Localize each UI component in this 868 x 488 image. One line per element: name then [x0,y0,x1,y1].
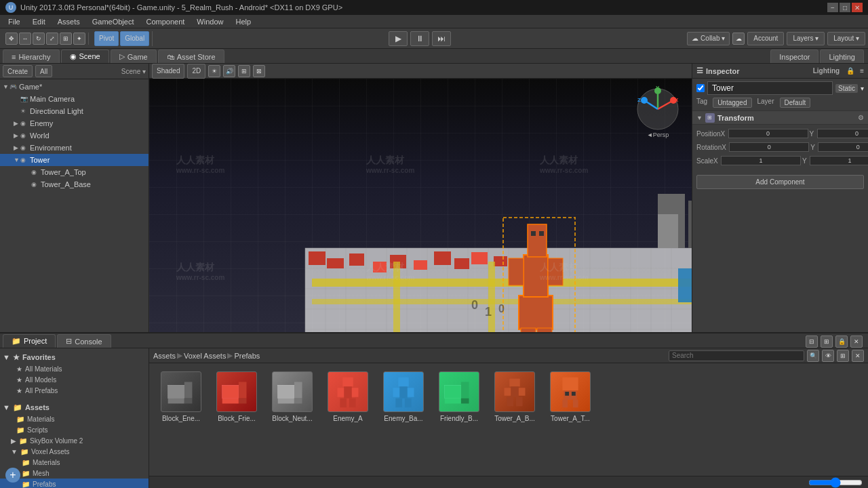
scale-x-input[interactable] [721,156,801,165]
assets-item-materials[interactable]: 📁 Materials [0,413,149,424]
maximize-button[interactable]: □ [840,3,850,12]
add-component-button[interactable]: Add Component [696,175,864,189]
asset-enemy-a[interactable]: Enemy_A [321,369,374,425]
expand-icon[interactable]: ⊞ [821,336,833,348]
favorites-item-materials[interactable]: ★ All Materials [0,363,149,374]
inspector-tab[interactable]: Inspector [770,49,818,63]
grid-view-icon[interactable]: ⊞ [837,350,849,362]
search-input[interactable] [669,350,804,361]
collapse-icon[interactable]: ⊟ [806,336,818,348]
move-tool[interactable]: ↔ [19,33,31,45]
hierarchy-item-game[interactable]: ▼ 🎮 Game* [0,81,149,93]
asset-friendly-b[interactable]: Friendly_B... [433,369,486,425]
close-search-icon[interactable]: ✕ [852,350,864,362]
add-button[interactable]: + [5,468,20,483]
menu-gameobject[interactable]: GameObject [87,16,140,27]
create-button[interactable]: Create [3,65,33,77]
hierarchy-panel-tab[interactable]: ≡ Hierarchy [3,49,60,63]
asset-enemy-ba[interactable]: Enemy_Ba... [377,369,430,425]
menu-edit[interactable]: Edit [27,16,51,27]
scene-tab[interactable]: ◉ Scene [61,49,109,63]
asset-block-fri[interactable]: Block_Frie... [210,369,263,425]
layout-button[interactable]: Layout ▾ [827,32,865,45]
all-button[interactable]: All [35,65,52,77]
multi-tool[interactable]: ✦ [73,33,85,45]
close-panel-icon[interactable]: ✕ [850,336,863,348]
hand-tool[interactable]: ✥ [5,33,18,45]
asset-store-tab[interactable]: 🛍 Asset Store [158,49,224,63]
pivot-button[interactable]: Pivot [94,31,119,46]
asset-block-neu[interactable]: Block_Neut... [266,369,319,425]
favorites-item-models[interactable]: ★ All Models [0,374,149,385]
search-icon[interactable]: 🔍 [807,350,819,362]
assets-item-mesh[interactable]: 📁 Mesh [0,468,149,479]
scale-tool[interactable]: ⤢ [46,33,58,45]
layer-value[interactable]: Default [780,98,811,108]
assets-item-voxel[interactable]: ▼ 📁 Voxel Assets [0,446,149,457]
menu-window[interactable]: Window [191,16,229,27]
assets-item-scripts[interactable]: 📁 Scripts [0,424,149,435]
2d-toggle[interactable]: 2D [187,64,205,79]
audio-toggle[interactable]: 🔊 [223,65,235,77]
breadcrumb-prefabs[interactable]: Prefabs [234,352,260,360]
hierarchy-item-main-camera[interactable]: 📷 Main Camera [0,93,149,105]
hierarchy-item-directional-light[interactable]: ☀ Directional Light [0,105,149,117]
lock-panel-icon[interactable]: 🔒 [835,336,848,348]
lighting-header-tab[interactable]: Lighting [813,67,840,75]
scale-y-input[interactable] [810,156,868,165]
hierarchy-item-environment[interactable]: ▶ ◉ Environment [0,142,149,154]
lighting-tab[interactable]: Lighting [820,49,864,63]
effects-toggle[interactable]: ⊞ [238,65,250,77]
transform-header[interactable]: ▼ ⊞ Transform ⚙ [692,111,868,125]
eye-icon[interactable]: 👁 [822,350,834,362]
assets-item-prefabs[interactable]: 📁 Prefabs [0,479,149,488]
transform-settings[interactable]: ⚙ [858,114,864,121]
account-button[interactable]: Account [747,32,784,45]
step-button[interactable]: ⏭ [432,31,451,46]
pos-y-input[interactable] [817,129,868,138]
hierarchy-item-tower-base[interactable]: ◉ Tower_A_Base [0,178,149,190]
object-name-field[interactable]: Tower [707,81,833,95]
close-button[interactable]: ✕ [852,3,863,12]
zoom-slider[interactable] [808,480,863,485]
hierarchy-item-tower[interactable]: ▼ ◉ Tower [0,154,149,166]
gizmos-toggle[interactable]: ⊠ [253,65,265,77]
rect-tool[interactable]: ⊞ [60,33,72,45]
favorites-header[interactable]: ▼ ★ Favorites [0,351,149,363]
pause-button[interactable]: ⏸ [410,31,429,46]
collab-button[interactable]: ☁ Collab ▾ [687,32,730,45]
more-icon[interactable]: ≡ [860,67,864,75]
scene-content[interactable]: 1 1 0 1 0 Y [149,79,692,332]
object-enabled-checkbox[interactable] [696,84,705,92]
favorites-item-prefabs[interactable]: ★ All Prefabs [0,385,149,396]
breadcrumb-voxel[interactable]: Voxel Assets [184,352,226,360]
console-tab[interactable]: ⊟ Console [57,334,111,348]
scene-gizmo[interactable]: Y X Z ◄Persp [634,85,682,133]
menu-file[interactable]: File [3,16,26,27]
hierarchy-item-world[interactable]: ▶ ◉ World [0,129,149,142]
lock-icon[interactable]: 🔒 [846,67,854,75]
asset-tower-ab[interactable]: Tower_A_B... [488,369,541,425]
rot-x-input[interactable] [729,142,809,152]
layers-button[interactable]: Layers ▾ [787,32,825,45]
asset-tower-at[interactable]: Tower_A_T... [544,369,597,425]
lighting-toggle[interactable]: ☀ [208,65,220,77]
play-button[interactable]: ▶ [389,31,408,46]
project-tab[interactable]: 📁 Project [3,334,56,348]
menu-component[interactable]: Component [140,16,190,27]
tag-value[interactable]: Untagged [713,98,751,108]
assets-header[interactable]: ▼ 📁 Assets [0,401,149,413]
global-button[interactable]: Global [120,31,149,46]
rotate-tool[interactable]: ↻ [33,33,45,45]
minimize-button[interactable]: − [827,3,838,12]
game-tab[interactable]: ▷ Game [111,49,157,63]
rot-y-input[interactable] [818,142,868,152]
pos-x-input[interactable] [728,129,808,138]
hierarchy-item-enemy[interactable]: ▶ ◉ Enemy [0,117,149,129]
cloud-icon[interactable]: ☁ [732,33,745,45]
asset-block-ene[interactable]: Block_Ene... [155,369,208,425]
shaded-dropdown[interactable]: Shaded [152,64,184,79]
menu-assets[interactable]: Assets [52,16,85,27]
menu-help[interactable]: Help [230,16,256,27]
breadcrumb-assets[interactable]: Assets [153,352,176,360]
